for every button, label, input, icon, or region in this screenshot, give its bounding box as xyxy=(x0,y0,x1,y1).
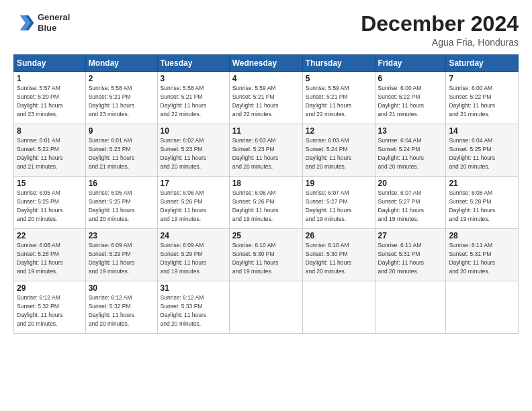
day-20: 20 Sunrise: 6:07 AMSunset: 5:27 PMDaylig… xyxy=(375,177,446,229)
col-friday: Friday xyxy=(375,55,446,72)
col-thursday: Thursday xyxy=(302,55,375,72)
logo-text: General Blue xyxy=(38,12,70,33)
day-28: 28 Sunrise: 6:11 AMSunset: 5:31 PMDaylig… xyxy=(446,229,519,281)
week-row-4: 22 Sunrise: 6:08 AMSunset: 5:28 PMDaylig… xyxy=(14,229,519,281)
day-8: 8 Sunrise: 6:01 AMSunset: 5:22 PMDayligh… xyxy=(14,124,86,177)
month-title: December 2024 xyxy=(361,12,519,36)
col-tuesday: Tuesday xyxy=(157,55,229,72)
day-19: 19 Sunrise: 6:07 AMSunset: 5:27 PMDaylig… xyxy=(302,177,375,229)
day-18: 18 Sunrise: 6:06 AMSunset: 5:26 PMDaylig… xyxy=(229,177,302,229)
day-27: 27 Sunrise: 6:11 AMSunset: 5:31 PMDaylig… xyxy=(375,229,446,281)
day-13: 13 Sunrise: 6:04 AMSunset: 5:24 PMDaylig… xyxy=(375,124,446,177)
calendar: Sunday Monday Tuesday Wednesday Thursday… xyxy=(13,54,519,334)
week-row-1: 1 Sunrise: 5:57 AMSunset: 5:20 PMDayligh… xyxy=(14,72,519,124)
day-29: 29 Sunrise: 6:12 AMSunset: 5:32 PMDaylig… xyxy=(14,281,86,334)
empty-2 xyxy=(302,281,375,334)
day-5: 5 Sunrise: 5:59 AMSunset: 5:21 PMDayligh… xyxy=(302,72,375,124)
col-monday: Monday xyxy=(85,55,157,72)
day-21: 21 Sunrise: 6:08 AMSunset: 5:28 PMDaylig… xyxy=(446,177,519,229)
day-26: 26 Sunrise: 6:10 AMSunset: 5:30 PMDaylig… xyxy=(302,229,375,281)
day-31: 31 Sunrise: 6:12 AMSunset: 5:33 PMDaylig… xyxy=(157,281,229,334)
day-6: 6 Sunrise: 6:00 AMSunset: 5:22 PMDayligh… xyxy=(375,72,446,124)
day-10: 10 Sunrise: 6:02 AMSunset: 5:23 PMDaylig… xyxy=(157,124,229,177)
title-block: December 2024 Agua Fria, Honduras xyxy=(361,12,519,48)
day-30: 30 Sunrise: 6:12 AMSunset: 5:32 PMDaylig… xyxy=(85,281,157,334)
col-sunday: Sunday xyxy=(14,55,86,72)
day-15: 15 Sunrise: 6:05 AMSunset: 5:25 PMDaylig… xyxy=(14,177,86,229)
day-12: 12 Sunrise: 6:03 AMSunset: 5:24 PMDaylig… xyxy=(302,124,375,177)
logo: General Blue xyxy=(13,12,70,34)
day-22: 22 Sunrise: 6:08 AMSunset: 5:28 PMDaylig… xyxy=(14,229,86,281)
location: Agua Fria, Honduras xyxy=(361,37,519,48)
day-16: 16 Sunrise: 6:05 AMSunset: 5:25 PMDaylig… xyxy=(85,177,157,229)
empty-1 xyxy=(229,281,302,334)
col-saturday: Saturday xyxy=(446,55,519,72)
page: General Blue December 2024 Agua Fria, Ho… xyxy=(0,0,532,411)
header: General Blue December 2024 Agua Fria, Ho… xyxy=(13,12,519,48)
day-11: 11 Sunrise: 6:03 AMSunset: 5:23 PMDaylig… xyxy=(229,124,302,177)
day-25: 25 Sunrise: 6:10 AMSunset: 5:30 PMDaylig… xyxy=(229,229,302,281)
day-7: 7 Sunrise: 6:00 AMSunset: 5:22 PMDayligh… xyxy=(446,72,519,124)
week-row-2: 8 Sunrise: 6:01 AMSunset: 5:22 PMDayligh… xyxy=(14,124,519,177)
empty-3 xyxy=(375,281,446,334)
header-row: Sunday Monday Tuesday Wednesday Thursday… xyxy=(14,55,519,72)
col-wednesday: Wednesday xyxy=(229,55,302,72)
logo-icon xyxy=(13,12,35,34)
day-1: 1 Sunrise: 5:57 AMSunset: 5:20 PMDayligh… xyxy=(14,72,86,124)
day-14: 14 Sunrise: 6:04 AMSunset: 5:25 PMDaylig… xyxy=(446,124,519,177)
week-row-5: 29 Sunrise: 6:12 AMSunset: 5:32 PMDaylig… xyxy=(14,281,519,334)
day-3: 3 Sunrise: 5:58 AMSunset: 5:21 PMDayligh… xyxy=(157,72,229,124)
empty-4 xyxy=(446,281,519,334)
week-row-3: 15 Sunrise: 6:05 AMSunset: 5:25 PMDaylig… xyxy=(14,177,519,229)
day-2: 2 Sunrise: 5:58 AMSunset: 5:21 PMDayligh… xyxy=(85,72,157,124)
day-4: 4 Sunrise: 5:59 AMSunset: 5:21 PMDayligh… xyxy=(229,72,302,124)
day-9: 9 Sunrise: 6:01 AMSunset: 5:23 PMDayligh… xyxy=(85,124,157,177)
day-17: 17 Sunrise: 6:06 AMSunset: 5:26 PMDaylig… xyxy=(157,177,229,229)
day-23: 23 Sunrise: 6:09 AMSunset: 5:29 PMDaylig… xyxy=(85,229,157,281)
day-24: 24 Sunrise: 6:09 AMSunset: 5:29 PMDaylig… xyxy=(157,229,229,281)
